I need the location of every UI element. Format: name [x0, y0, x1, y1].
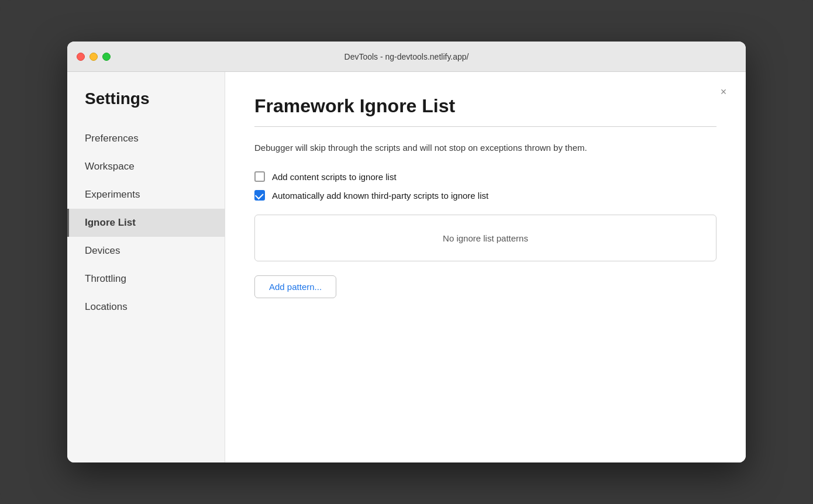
sidebar: Settings Preferences Workspace Experimen… — [67, 72, 225, 462]
main-content: × Framework Ignore List Debugger will sk… — [225, 72, 746, 462]
checkbox-third-party[interactable] — [254, 190, 265, 201]
window-content: Settings Preferences Workspace Experimen… — [67, 72, 746, 462]
checkbox-row-third-party: Automatically add known third-party scri… — [254, 190, 716, 201]
close-button[interactable]: × — [715, 84, 732, 100]
no-patterns-text: No ignore list patterns — [443, 233, 528, 243]
sidebar-item-locations[interactable]: Locations — [67, 293, 225, 321]
sidebar-item-throttling[interactable]: Throttling — [67, 265, 225, 293]
maximize-window-button[interactable] — [102, 53, 111, 61]
page-title: Framework Ignore List — [254, 95, 716, 117]
traffic-lights — [77, 53, 111, 61]
close-window-button[interactable] — [77, 53, 85, 61]
sidebar-item-experiments[interactable]: Experiments — [67, 181, 225, 209]
browser-window: DevTools - ng-devtools.netlify.app/ Sett… — [67, 42, 746, 462]
patterns-box: No ignore list patterns — [254, 215, 716, 261]
sidebar-item-workspace[interactable]: Workspace — [67, 153, 225, 181]
sidebar-heading: Settings — [67, 89, 225, 125]
checkbox-label-content-scripts[interactable]: Add content scripts to ignore list — [254, 171, 397, 182]
desktop-background: DevTools - ng-devtools.netlify.app/ Sett… — [0, 0, 813, 504]
titlebar: DevTools - ng-devtools.netlify.app/ — [67, 42, 746, 72]
section-description: Debugger will skip through the scripts a… — [254, 141, 652, 155]
checkbox-third-party-label: Automatically add known third-party scri… — [272, 191, 488, 201]
sidebar-nav: Preferences Workspace Experiments Ignore… — [67, 125, 225, 321]
add-pattern-button[interactable]: Add pattern... — [254, 275, 336, 298]
checkbox-row-content-scripts: Add content scripts to ignore list — [254, 171, 716, 182]
sidebar-item-ignore-list[interactable]: Ignore List — [67, 209, 225, 237]
minimize-window-button[interactable] — [89, 53, 98, 61]
checkbox-label-third-party[interactable]: Automatically add known third-party scri… — [254, 190, 488, 201]
titlebar-title: DevTools - ng-devtools.netlify.app/ — [345, 52, 469, 61]
divider — [254, 126, 716, 127]
checkbox-content-scripts[interactable] — [254, 171, 265, 182]
sidebar-item-preferences[interactable]: Preferences — [67, 125, 225, 153]
sidebar-item-devices[interactable]: Devices — [67, 237, 225, 265]
checkbox-content-scripts-label: Add content scripts to ignore list — [272, 172, 397, 182]
